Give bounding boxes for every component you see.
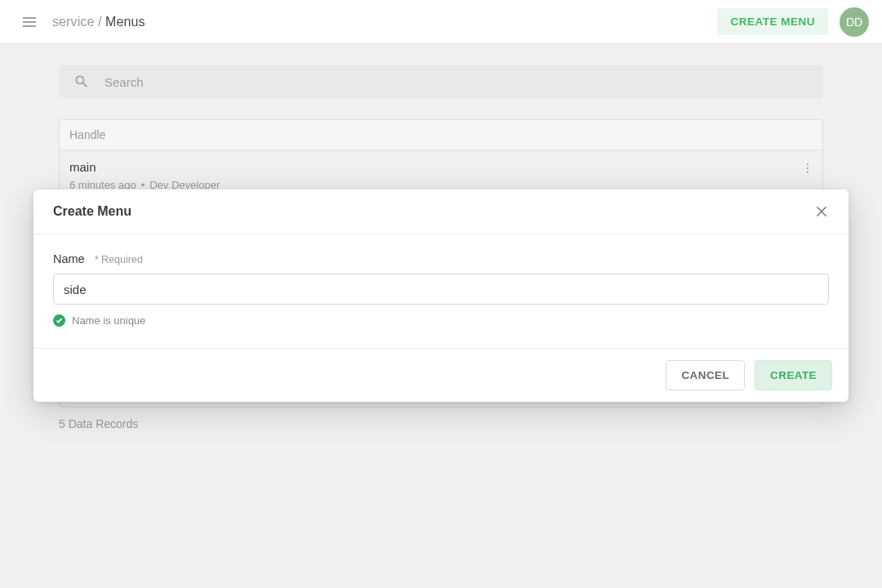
- modal-header: Create Menu: [33, 189, 849, 234]
- modal-body: Name * Required Name is unique: [33, 234, 849, 348]
- name-field-label: Name: [53, 252, 85, 265]
- validation-hint: Name is unique: [53, 314, 829, 327]
- name-input[interactable]: [53, 274, 829, 305]
- validation-text: Name is unique: [72, 314, 145, 327]
- modal-footer: CANCEL CREATE: [33, 348, 849, 402]
- cancel-button[interactable]: CANCEL: [666, 360, 745, 390]
- check-circle-icon: [53, 314, 65, 327]
- modal-close-button[interactable]: [814, 204, 829, 219]
- required-hint: * Required: [95, 254, 143, 265]
- create-menu-modal: Create Menu Name * Required Name is uniq…: [33, 189, 849, 402]
- close-icon: [814, 204, 829, 219]
- modal-title: Create Menu: [53, 204, 814, 219]
- create-button[interactable]: CREATE: [755, 360, 832, 390]
